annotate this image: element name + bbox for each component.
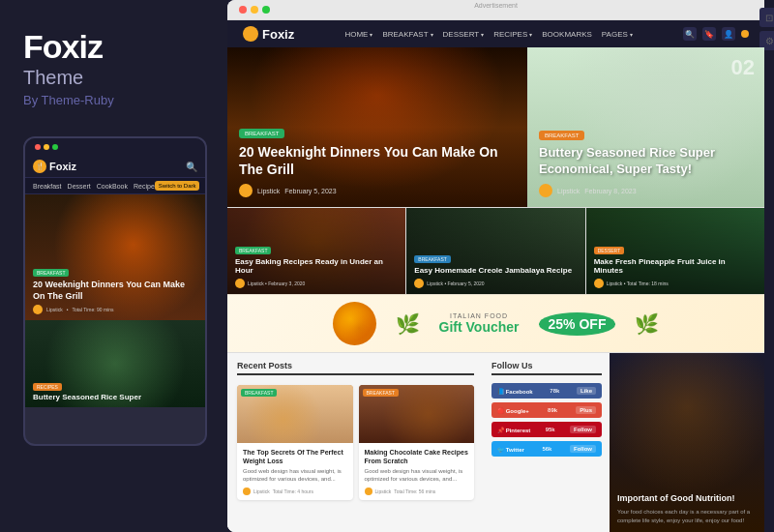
ad-discount-badge: 25% OFF	[539, 312, 616, 336]
desktop-expand-dot	[262, 6, 270, 14]
mobile-second-title: Buttery Seasoned Rice Super	[33, 393, 197, 402]
important-card-text: Your food choices each day is a necessar…	[617, 508, 757, 524]
post-2-image: BREAKFAST	[359, 385, 475, 443]
hero-main-author: Lipstick	[257, 188, 280, 194]
hero-main-article[interactable]: BREAKFAST 20 Weeknight Dinners You Can M…	[227, 47, 527, 207]
card-sm-3-avatar	[594, 279, 604, 288]
card-sm-3[interactable]: DESSERT Make Fresh Pineapple Fruit Juice…	[586, 208, 764, 294]
nav-link-breakfast[interactable]: BREAKFAST ▾	[382, 30, 432, 39]
post-1-image: BREAKFAST	[237, 385, 353, 443]
nav-right-icons: 🔍 🔖 👤	[683, 27, 749, 41]
card-sm-3-meta: Lipstick • Total Time: 18 mins	[594, 279, 757, 288]
second-row-cards: BREAKFAST Easy Baking Recipes Ready in U…	[227, 207, 764, 294]
nav-link-home[interactable]: HOME ▾	[344, 30, 372, 39]
ad-text: Italian Food Gift Voucher	[439, 312, 520, 335]
mobile-menu-item-recipe[interactable]: Recipe	[134, 183, 155, 190]
mobile-logo-text: Foxiz	[49, 161, 76, 172]
scrollbar-area: ⊡ ⚙	[764, 0, 774, 532]
desktop-logo: Foxiz	[243, 26, 294, 42]
card-sm-1-title: Easy Baking Recipes Ready in Under an Ho…	[235, 257, 398, 276]
social-twitter[interactable]: 🐦 Twitter 56k Follow	[491, 441, 602, 457]
desktop-content: BREAKFAST 20 Weeknight Dinners You Can M…	[227, 47, 764, 532]
mobile-search-icon[interactable]: 🔍	[186, 162, 197, 172]
brand-subtitle: Theme	[23, 67, 208, 89]
hero-main-title: 20 Weeknight Dinners You Can Make On The…	[239, 143, 516, 178]
social-facebook[interactable]: 📘 Facebook 78k Like	[491, 383, 602, 399]
bottom-section: Recent Posts BREAKFAST The Top Secrets O…	[227, 352, 764, 532]
mobile-logo: 🍴 Foxiz	[33, 160, 76, 173]
nav-link-bookmarks[interactable]: BOOKMARKS	[542, 30, 592, 39]
desktop-close-dot	[239, 6, 247, 14]
switch-dark-button[interactable]: Switch to Dark	[155, 181, 200, 191]
desktop-logo-text: Foxiz	[262, 27, 294, 42]
card-sm-1-tag: BREAKFAST	[235, 247, 271, 254]
nav-bookmark-icon[interactable]: 🔖	[702, 27, 716, 41]
social-googleplus[interactable]: 🔴 Google+ 89k Plus	[491, 402, 602, 418]
card-sm-2-author: Lipstick • February 5, 2020	[427, 281, 484, 286]
brand-byline: By Theme-Ruby	[23, 93, 208, 107]
post-card-1[interactable]: BREAKFAST The Top Secrets Of The Perfect…	[237, 385, 353, 500]
card-sm-2-tag: BREAKFAST	[414, 255, 450, 263]
nav-user-icon[interactable]: 👤	[722, 27, 735, 41]
facebook-action[interactable]: Like	[577, 387, 596, 395]
nav-notification-dot	[741, 30, 749, 38]
nav-link-recipes[interactable]: RECIPES ▾	[493, 30, 532, 39]
recent-posts-title: Recent Posts	[237, 361, 474, 375]
pi-action[interactable]: Follow	[570, 426, 596, 433]
card-sm-2[interactable]: BREAKFAST Easy Homemade Creole Jambalaya…	[406, 208, 585, 294]
mobile-menu-item-breakfast[interactable]: Breakfast	[33, 183, 62, 190]
hero-right-meta: Lipstick February 8, 2023	[539, 184, 753, 197]
mobile-close-dot	[35, 144, 41, 150]
important-card: Important of Good Nutrition! Your food c…	[610, 353, 764, 532]
hero-main-meta: Lipstick February 5, 2023	[239, 184, 516, 197]
card-sm-1-author: Lipstick • February 3, 2020	[248, 281, 305, 286]
hero-right-number: 02	[731, 55, 755, 80]
social-pinterest[interactable]: 📌 Pinterest 95k Follow	[491, 422, 602, 437]
mobile-menu-bar: Breakfast Dessert CookBook Recipe Switch…	[25, 178, 205, 194]
nav-search-icon[interactable]: 🔍	[683, 27, 697, 41]
post-2-avatar	[365, 488, 372, 495]
ad-voucher-text: Gift Voucher	[439, 319, 520, 335]
follow-us-title: Follow Us	[491, 361, 602, 375]
post-card-2[interactable]: BREAKFAST Making Chocolate Cake Recipes …	[359, 385, 475, 500]
card-sm-2-title: Easy Homemade Creole Jambalaya Recipe	[414, 266, 577, 276]
pi-count: 95k	[546, 427, 555, 432]
mobile-menu-item-dessert[interactable]: Dessert	[68, 183, 91, 190]
hero-right-author: Lipstick	[557, 188, 580, 194]
mobile-menu-item-cookbook[interactable]: CookBook	[97, 183, 128, 190]
ad-leaf-decoration: 🌿	[396, 312, 420, 336]
card-sm-2-meta: Lipstick • February 5, 2020	[414, 279, 577, 288]
facebook-count: 78k	[550, 388, 559, 394]
hero-right-article[interactable]: 02 BREAKFAST Buttery Seasoned Rice Super…	[527, 47, 764, 207]
post-2-title: Making Chocolate Cake Recipes From Scrat…	[365, 448, 469, 465]
scroll-up-button[interactable]: ⊡	[759, 8, 774, 27]
hero-main-date: February 5, 2023	[284, 188, 336, 194]
recent-posts-section: Recent Posts BREAKFAST The Top Secrets O…	[227, 353, 484, 532]
mobile-mockup: 🍴 Foxiz 🔍 Breakfast Dessert CookBook Rec…	[23, 136, 207, 446]
card-sm-2-avatar	[414, 279, 424, 288]
mobile-author-avatar	[33, 305, 43, 314]
post-1-title: The Top Secrets Of The Perfect Weight Lo…	[243, 448, 347, 465]
ad-right-decoration: 🌿	[635, 312, 659, 336]
mobile-expand-dot	[52, 144, 58, 150]
card-sm-3-author: Lipstick • Total Time: 18 mins	[607, 281, 669, 286]
tw-action[interactable]: Follow	[570, 445, 596, 453]
card-sm-3-title: Make Fresh Pineapple Fruit Juice in Minu…	[594, 257, 757, 276]
mobile-hero-time: •	[67, 307, 69, 312]
mobile-minimize-dot	[44, 144, 49, 150]
post-2-excerpt: Good web design has visual weight, is op…	[365, 468, 469, 484]
desktop-nav-links: HOME ▾ BREAKFAST ▾ DESSERT ▾ RECIPES ▾ B…	[306, 30, 671, 39]
mobile-hero-tag: BREAKFAST	[33, 269, 69, 277]
hero-right-date: February 8, 2023	[584, 188, 636, 194]
important-card-title: Important of Good Nutrition!	[617, 493, 757, 505]
gp-label: 🔴 Google+	[497, 407, 529, 414]
mobile-hero-image: BREAKFAST 20 Weeknight Dinners You Can M…	[25, 194, 205, 320]
tw-count: 56k	[542, 446, 551, 452]
ad-food-type: Italian Food	[450, 312, 508, 319]
gp-action[interactable]: Plus	[576, 406, 596, 414]
hero-main-avatar	[239, 184, 253, 197]
nav-link-dessert[interactable]: DESSERT ▾	[443, 30, 485, 39]
nav-link-pages[interactable]: PAGES ▾	[602, 30, 633, 39]
post-1-time: Total Time: 4 hours	[273, 488, 313, 494]
card-sm-1[interactable]: BREAKFAST Easy Baking Recipes Ready in U…	[227, 208, 406, 294]
